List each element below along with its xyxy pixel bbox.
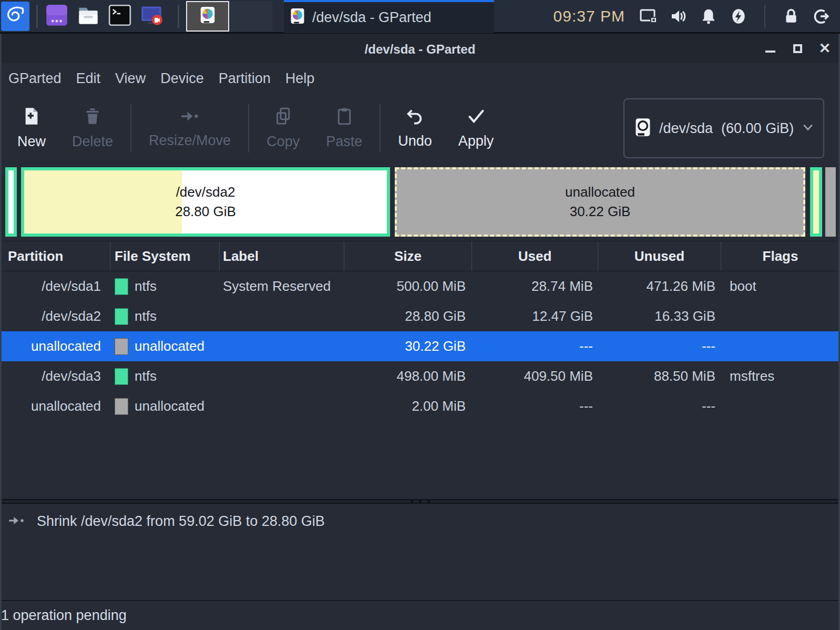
toolbar-separator: [130, 104, 131, 153]
close-icon: ✕: [819, 43, 831, 54]
operation-text: Shrink /dev/sda2 from 59.02 GiB to 28.80…: [37, 513, 325, 530]
pending-operations-pane: Shrink /dev/sda2 from 59.02 GiB to 28.80…: [0, 504, 840, 600]
file-manager-icon: [77, 4, 100, 29]
segment-label: /dev/sda2: [176, 182, 235, 202]
menu-device[interactable]: Device: [153, 66, 211, 91]
workspace-1[interactable]: [186, 1, 229, 32]
table-empty-area: [0, 421, 840, 499]
filesystem-swatch: [115, 368, 128, 385]
apply-button[interactable]: Apply: [445, 108, 507, 149]
table-row[interactable]: /dev/sda2 ntfs 28.80 GiB 12.47 GiB 16.33…: [0, 301, 840, 331]
grip-dot-icon: [419, 500, 422, 503]
maximize-icon: [793, 44, 802, 53]
menu-partition[interactable]: Partition: [211, 66, 278, 91]
minimize-icon: [765, 50, 775, 53]
resize-move-button: Resize/Move: [136, 108, 244, 149]
operation-item: Shrink /dev/sda2 from 59.02 GiB to 28.80…: [7, 513, 840, 530]
panel-separator: [178, 5, 179, 28]
menu-gparted[interactable]: GParted: [1, 66, 69, 91]
table-row[interactable]: unallocated unallocated 2.00 MiB --- ---: [0, 391, 840, 421]
partition-segment-unallocated-small[interactable]: [825, 167, 836, 237]
filesystem-swatch: [115, 338, 128, 355]
segment-label: unallocated: [565, 182, 635, 202]
delete-button: Delete: [59, 107, 126, 150]
device-size: (60.00 GiB): [721, 120, 794, 137]
gparted-window: /dev/sda - GParted ✕ GParted Edit View D…: [0, 34, 840, 630]
resize-move-icon: [180, 108, 200, 126]
taskbar-window-button[interactable]: /dev/sda - GParted: [284, 0, 494, 33]
header-partition: Partition: [0, 241, 110, 271]
header-label: Label: [220, 241, 344, 271]
logout-icon[interactable]: [812, 7, 831, 26]
window-button-label: /dev/sda - GParted: [312, 9, 432, 26]
kali-menu-button[interactable]: [1, 2, 29, 31]
app-launcher-3[interactable]: [108, 4, 132, 28]
window-controls: ✕: [764, 34, 831, 63]
filesystem-swatch: [115, 308, 128, 325]
workspace-2[interactable]: [229, 1, 272, 32]
window-title: /dev/sda - GParted: [0, 34, 840, 63]
undo-button[interactable]: Undo: [385, 108, 445, 149]
statusbar: 1 operation pending: [0, 600, 840, 630]
header-flags: Flags: [721, 241, 840, 271]
window-edge: [0, 34, 2, 630]
filesystem-swatch: [115, 278, 128, 295]
undo-icon: [406, 108, 424, 127]
menu-view[interactable]: View: [108, 66, 153, 91]
maximize-button[interactable]: [792, 43, 803, 54]
power-manager-icon[interactable]: [729, 7, 748, 26]
segment-size: 30.22 GiB: [570, 202, 631, 221]
header-file-system: File System: [110, 241, 220, 271]
menubar: GParted Edit View Device Partition Help: [0, 63, 840, 94]
new-button[interactable]: New: [4, 107, 59, 150]
menu-edit[interactable]: Edit: [69, 66, 108, 91]
partition-segment-sda3[interactable]: [810, 167, 822, 237]
screen-recorder-icon: [140, 4, 163, 29]
terminal-icon: [108, 4, 131, 29]
volume-icon[interactable]: [669, 7, 688, 26]
header-size: Size: [344, 241, 472, 271]
gparted-icon: [290, 8, 305, 27]
header-unused: Unused: [598, 241, 721, 271]
table-row-selected[interactable]: unallocated unallocated 30.22 GiB --- --…: [0, 331, 840, 361]
partition-table: /dev/sda1 ntfs System Reserved 500.00 Mi…: [0, 271, 840, 421]
clock[interactable]: 09:37 PM: [554, 7, 625, 25]
screen: /dev/sda - GParted 09:37 PM: [0, 0, 840, 630]
device-name: /dev/sda: [659, 120, 713, 137]
pane-resize-handle[interactable]: [0, 499, 840, 504]
system-tray: 09:37 PM: [554, 5, 840, 28]
device-selector[interactable]: /dev/sda (60.00 GiB): [623, 98, 824, 158]
panel-separator: [36, 5, 38, 28]
table-row[interactable]: /dev/sda1 ntfs System Reserved 500.00 Mi…: [0, 271, 840, 301]
toolbar: New Delete Resize/Move Copy: [0, 94, 840, 163]
toolbar-separator: [380, 104, 381, 153]
minimize-button[interactable]: [764, 43, 776, 54]
app-launcher-2[interactable]: [76, 4, 100, 28]
paste-icon: [336, 107, 352, 127]
titlebar[interactable]: /dev/sda - GParted ✕: [0, 34, 840, 63]
table-row[interactable]: /dev/sda3 ntfs 498.00 MiB 409.50 MiB 88.…: [0, 361, 840, 391]
toolbar-separator: [248, 104, 249, 153]
app-launcher-4[interactable]: [139, 4, 163, 28]
taskbar: /dev/sda - GParted 09:37 PM: [0, 0, 840, 34]
close-button[interactable]: ✕: [819, 43, 831, 54]
panel-separator: [764, 5, 765, 28]
kali-logo-icon: [3, 3, 27, 29]
drive-icon: [635, 118, 651, 139]
grip-dot-icon: [411, 500, 413, 503]
operation-arrow-icon: [7, 514, 26, 529]
grip-dot-icon: [427, 500, 430, 503]
partition-segment-sda2[interactable]: /dev/sda2 28.80 GiB: [21, 167, 390, 237]
partition-segment-unallocated[interactable]: unallocated 30.22 GiB: [395, 167, 805, 237]
lock-screen-icon[interactable]: [782, 7, 801, 26]
app-launcher-1[interactable]: [45, 4, 69, 28]
menu-help[interactable]: Help: [278, 66, 322, 91]
disk-visual-bar: /dev/sda2 28.80 GiB unallocated 30.22 Gi…: [0, 163, 840, 241]
header-used: Used: [472, 241, 598, 271]
chevron-down-icon: [802, 124, 814, 133]
segment-size: 28.80 GiB: [175, 202, 236, 221]
partition-segment-sda1[interactable]: [5, 167, 17, 237]
notifications-bell-icon[interactable]: [699, 7, 718, 26]
display-settings-icon[interactable]: [639, 7, 658, 26]
table-header: Partition File System Label Size Used Un…: [0, 241, 840, 271]
